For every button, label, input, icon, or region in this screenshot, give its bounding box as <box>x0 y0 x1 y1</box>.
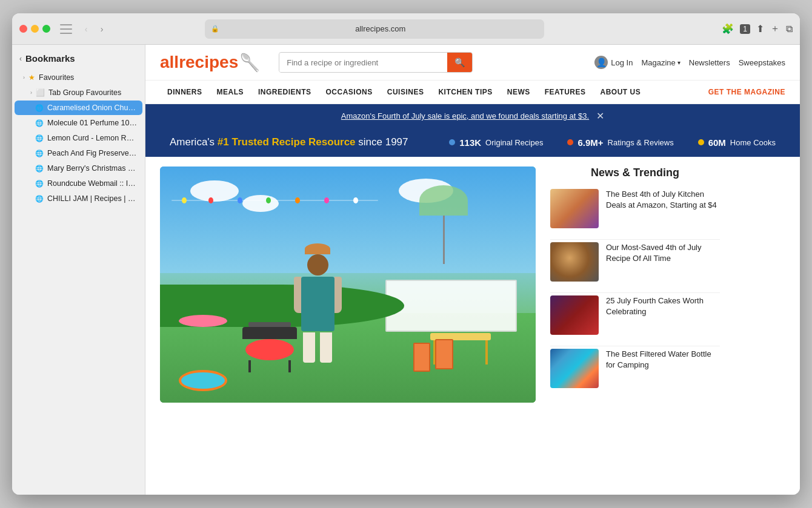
toolbar-right: 🧩 1 ⬆ ＋ ⧉ <box>722 22 793 35</box>
sidebar-item-mary-berry[interactable]: 🌐 Mary Berry's Christmas chu... <box>15 161 142 176</box>
news-item[interactable]: Our Most-Saved 4th of July Recipe Of All… <box>550 242 720 282</box>
nav-meals[interactable]: MEALS <box>210 81 251 104</box>
back-button[interactable]: ‹ <box>79 22 93 36</box>
nav-occasions[interactable]: OCCASIONS <box>319 81 380 104</box>
maximize-button[interactable] <box>42 25 50 33</box>
address-bar[interactable]: 🔒 allrecipes.com <box>205 19 544 39</box>
globe-icon: 🌐 <box>35 119 44 127</box>
divider <box>550 239 720 240</box>
grill <box>242 327 297 369</box>
news-item-text: 25 July Fourth Cakes Worth Celebrating <box>606 295 720 317</box>
sidebar-item-molecule[interactable]: 🌐 Molecule 01 Perfume 100ml... <box>15 116 142 130</box>
grill-leg-right <box>288 360 291 372</box>
sidebar-item-caramelised[interactable]: 🌐 Caramelised Onion Chutney... <box>15 101 142 115</box>
nav-news[interactable]: NEWS <box>500 81 537 104</box>
browser-body: ‹ Bookmarks › ★ Favourites › ⬜ Tab Group… <box>12 45 800 495</box>
sidebar-item-chilli-jam[interactable]: 🌐 CHILLI JAM | Recipes | Nigel... <box>15 191 142 206</box>
news-item-text: Our Most-Saved 4th of July Recipe Of All… <box>606 242 720 264</box>
promo-close-button[interactable]: ✕ <box>596 110 604 122</box>
chevron-icon: › <box>23 74 25 81</box>
sidebar-item-label: Lemon Curd - Lemon Recip... <box>47 134 138 142</box>
news-item[interactable]: The Best 4th of July Kitchen Deals at Am… <box>550 189 720 228</box>
nav-cuisines[interactable]: CUISINES <box>380 81 431 104</box>
bulb-7 <box>353 197 358 203</box>
search-form: 🔍 <box>279 52 473 73</box>
sidebar-item-label: Roundcube Webmail :: Inbox <box>47 179 138 188</box>
forward-button[interactable]: › <box>95 22 108 36</box>
login-label: Log In <box>611 58 633 67</box>
extensions-icon[interactable]: 🧩 <box>722 23 734 35</box>
url-text: allrecipes.com <box>223 24 538 33</box>
get-magazine-link[interactable]: GET THE MAGAZINE <box>708 88 785 96</box>
nav-dinners[interactable]: DINNERS <box>160 81 210 104</box>
news-item[interactable]: 25 July Fourth Cakes Worth Celebrating <box>550 295 720 335</box>
person-head <box>307 254 328 275</box>
nav-about-us[interactable]: ABOUT US <box>593 81 648 104</box>
trust-stat-recipes: 113K Original Recipes <box>449 137 543 148</box>
magazine-chevron: ▾ <box>677 59 681 66</box>
magazine-label: Magazine <box>641 58 675 67</box>
promo-link[interactable]: Amazon's Fourth of July sale is epic, an… <box>341 111 589 120</box>
new-tab-icon[interactable]: ＋ <box>770 22 780 35</box>
chair-1 <box>435 339 453 369</box>
tabs-overview-icon[interactable]: ⧉ <box>786 24 793 35</box>
news-item[interactable]: The Best Filtered Water Bottle for Campi… <box>550 349 720 388</box>
chair-2 <box>413 343 430 372</box>
globe-icon: 🌐 <box>35 165 44 173</box>
nav-ingredients[interactable]: INGREDIENTS <box>251 81 319 104</box>
sidebar-toggle[interactable] <box>60 24 72 34</box>
bulb-3 <box>238 197 242 203</box>
main-content: News & Trending The Best 4th of July Kit… <box>145 157 800 412</box>
grill-leg-left <box>248 360 251 372</box>
sidebar-back-icon[interactable]: ‹ <box>19 54 22 63</box>
nav-kitchen-tips[interactable]: KITCHEN TIPS <box>431 81 499 104</box>
sidebar-item-peach[interactable]: 🌐 Peach And Fig Preserves Re... <box>15 146 142 160</box>
search-button[interactable]: 🔍 <box>447 53 472 72</box>
login-button[interactable]: 👤 Log In <box>594 56 633 69</box>
person-leg-right <box>320 332 332 363</box>
chevron-icon: › <box>30 90 32 96</box>
divider <box>550 346 720 346</box>
search-input[interactable] <box>279 53 447 72</box>
trust-dot-blue <box>449 139 455 145</box>
nav-arrows: ‹ › <box>79 22 108 36</box>
news-item-text: The Best 4th of July Kitchen Deals at Am… <box>606 189 720 211</box>
news-section: News & Trending The Best 4th of July Kit… <box>550 167 720 403</box>
newsletters-link[interactable]: Newsletters <box>689 58 730 67</box>
table-leg-right <box>485 340 488 365</box>
magazine-link[interactable]: Magazine ▾ <box>641 58 680 67</box>
person-legs <box>293 332 342 363</box>
close-button[interactable] <box>19 25 27 33</box>
sidebar-item-lemon-curd[interactable]: 🌐 Lemon Curd - Lemon Recip... <box>15 131 142 145</box>
sidebar-item-label: Mary Berry's Christmas chu... <box>47 164 138 173</box>
grill-top <box>242 327 297 339</box>
traffic-lights <box>19 25 50 33</box>
trust-num-cooks: 60M <box>708 137 726 148</box>
cloud-1 <box>190 180 239 202</box>
sidebar-item-tab-group[interactable]: › ⬜ Tab Group Favourites <box>15 85 142 100</box>
sidebar-item-favourites[interactable]: › ★ Favourites <box>15 70 142 85</box>
umbrella-pole <box>443 216 445 264</box>
news-item-text: The Best Filtered Water Bottle for Campi… <box>606 349 720 371</box>
trust-label-recipes: Original Recipes <box>485 138 543 147</box>
share-icon[interactable]: ⬆ <box>756 23 764 35</box>
trust-num-ratings: 6.9M+ <box>577 137 603 148</box>
umbrella-canopy <box>419 185 468 216</box>
sidebar: ‹ Bookmarks › ★ Favourites › ⬜ Tab Group… <box>12 45 145 495</box>
trust-label-cooks: Home Cooks <box>730 138 776 147</box>
globe-icon: 🌐 <box>35 180 44 188</box>
sweepstakes-link[interactable]: Sweepstakes <box>739 58 785 67</box>
news-thumbnail <box>550 295 599 335</box>
site-logo[interactable]: allrecipes🥄 <box>160 53 261 73</box>
nav-features[interactable]: FEATURES <box>537 81 593 104</box>
bbq-scene <box>160 167 536 403</box>
title-bar: ‹ › 🔒 allrecipes.com 🧩 1 ⬆ ＋ ⧉ <box>12 13 800 45</box>
globe-icon: 🌐 <box>35 104 44 112</box>
sidebar-item-label: Favourites <box>39 73 138 82</box>
trust-label-ratings: Ratings & Reviews <box>608 138 674 147</box>
minimize-button[interactable] <box>31 25 39 33</box>
hero-section <box>160 167 536 403</box>
sidebar-item-label: Molecule 01 Perfume 100ml... <box>47 119 138 127</box>
sidebar-item-roundcube[interactable]: 🌐 Roundcube Webmail :: Inbox <box>15 176 142 191</box>
globe-icon: 🌐 <box>35 134 44 142</box>
